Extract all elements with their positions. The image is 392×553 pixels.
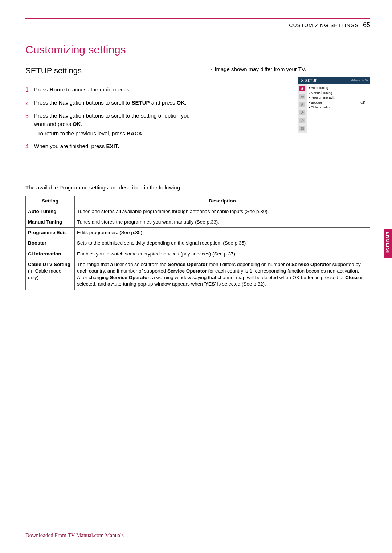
audio-icon: ◎: [299, 102, 305, 107]
language-tab: ENGLISH: [384, 229, 392, 258]
table-row: Auto Tuning Tunes and stores all availab…: [26, 206, 370, 217]
section-title: SETUP settings: [25, 66, 200, 75]
tv-item: Programme Edit: [309, 95, 368, 101]
table-row: Booster Sets to the optimised sensitivit…: [26, 238, 370, 249]
step-text: Press the Navigation buttons to scroll t…: [34, 112, 200, 138]
page-number: 65: [363, 21, 370, 29]
time-icon: ◔: [299, 110, 305, 115]
satellite-icon: ◉: [299, 86, 305, 91]
steps-list: 1 Press Home to access the main menus. 2…: [25, 86, 200, 151]
settings-table: Setting Description Auto Tuning Tunes an…: [25, 196, 370, 290]
tv-sidebar: ◉ ▭ ◎ ◔ ◌ ▤: [298, 84, 307, 133]
tv-item: Auto Tuning: [309, 86, 368, 91]
step-number: 4: [25, 142, 34, 151]
picture-icon: ▭: [299, 94, 305, 99]
step-number: 3: [25, 112, 34, 138]
table-intro: The available Programme settings are des…: [25, 184, 370, 191]
tv-menu-title: SETUP: [305, 79, 317, 83]
option-icon: ▤: [299, 126, 305, 131]
tv-setup-menu: ✕ SETUP ✥ Move ⊙ OK ◉ ▭ ◎ ◔ ◌ ▤: [298, 77, 370, 133]
table-row: CI information Enables you to watch some…: [26, 249, 370, 259]
tv-menu-header: ✕ SETUP ✥ Move ⊙ OK: [298, 77, 370, 84]
bullet-icon: •: [211, 66, 212, 72]
main-title: Customizing settings: [25, 44, 370, 56]
step-text: Press Home to access the main menus.: [34, 86, 200, 94]
step-text: Press the Navigation buttons to scroll t…: [34, 99, 200, 107]
table-row: Cable DTV Setting (In Cable mode only) T…: [26, 259, 370, 290]
step-number: 1: [25, 86, 34, 94]
table-row: Programme Edit Edits programmes. (See p.…: [26, 228, 370, 238]
tv-item: Manual Tuning: [309, 91, 368, 96]
lock-icon: ◌: [299, 118, 305, 123]
col-header-description: Description: [75, 196, 370, 206]
footer-source: Downloaded From TV-Manual.com Manuals: [25, 532, 124, 538]
tv-menu-list: Auto Tuning Manual Tuning Programme Edit…: [307, 84, 370, 133]
page-header: CUSTOMIZING SETTINGS 65: [25, 21, 370, 29]
tv-item: CI Information: [309, 105, 368, 110]
tv-item: Booster: Off: [309, 101, 368, 106]
antenna-icon: ✕: [299, 79, 305, 83]
header-label: CUSTOMIZING SETTINGS: [289, 22, 359, 28]
col-header-setting: Setting: [26, 196, 75, 206]
note-text: •Image shown may differ from your TV.: [211, 66, 370, 72]
step-text: When you are finished, press EXIT.: [34, 142, 200, 151]
table-row: Manual Tuning Tunes and stores the progr…: [26, 217, 370, 227]
step-number: 2: [25, 99, 34, 107]
hint-move: ✥ Move: [351, 79, 360, 82]
hint-ok: ⊙ OK: [362, 79, 368, 82]
